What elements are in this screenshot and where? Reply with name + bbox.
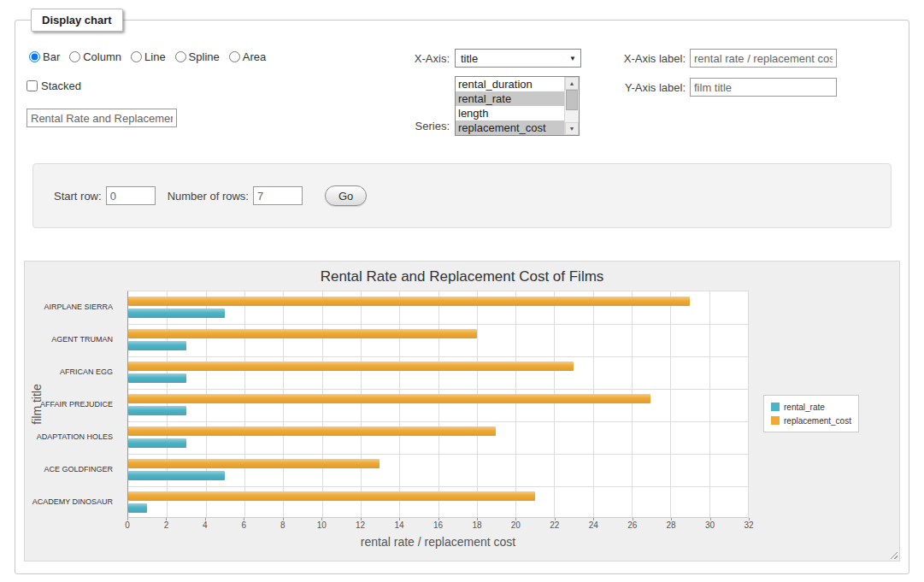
bar-rental_rate bbox=[128, 341, 186, 350]
radio-line[interactable] bbox=[131, 51, 142, 62]
radio-bar[interactable] bbox=[29, 51, 40, 62]
rows-panel: Start row: Number of rows: Go bbox=[32, 163, 892, 228]
legend-entry-rental_rate[interactable]: rental_rate bbox=[771, 400, 851, 414]
category-label: AFRICAN EGG bbox=[25, 356, 121, 388]
go-button[interactable]: Go bbox=[325, 185, 367, 206]
gridline bbox=[399, 291, 400, 517]
chart-type-column[interactable]: Column bbox=[69, 50, 121, 63]
legend-entry-replacement_cost[interactable]: replacement_cost bbox=[771, 414, 851, 427]
x-axis-label-input[interactable] bbox=[690, 49, 837, 68]
legend-label: rental_rate bbox=[784, 403, 825, 412]
x-tick-label: 32 bbox=[744, 520, 753, 530]
category-label: ADAPTATION HOLES bbox=[25, 420, 121, 453]
category-label: AIRPLANE SIERRA bbox=[25, 291, 121, 323]
x-tick-label: 18 bbox=[472, 520, 481, 530]
plot-area bbox=[127, 291, 749, 518]
start-row-label: Start row: bbox=[54, 190, 102, 203]
x-axis-ticks: 02468101214161820222426283032 bbox=[127, 518, 749, 532]
gridline bbox=[128, 324, 748, 325]
bar-rental_rate bbox=[128, 471, 225, 480]
chart-type-bar[interactable]: Bar bbox=[29, 50, 60, 63]
chart-title-field-group bbox=[26, 109, 177, 127]
chart-type-spline[interactable]: Spline bbox=[175, 50, 220, 63]
gridline bbox=[128, 486, 748, 487]
num-rows-label: Number of rows: bbox=[168, 190, 249, 203]
bar-replacement_cost bbox=[128, 297, 690, 306]
legend-label: replacement_cost bbox=[784, 416, 851, 426]
start-row-input[interactable] bbox=[106, 186, 156, 205]
x-tick-label: 14 bbox=[395, 520, 404, 530]
category-label: ACADEMY DINOSAUR bbox=[25, 485, 121, 518]
x-axis-select-value: title bbox=[461, 52, 478, 65]
x-tick-label: 10 bbox=[317, 520, 327, 530]
bar-replacement_cost bbox=[128, 491, 535, 501]
gridline bbox=[632, 291, 633, 517]
stacked-option[interactable]: Stacked bbox=[26, 79, 81, 92]
x-tick-label: 8 bbox=[280, 520, 285, 530]
chart-title-input[interactable] bbox=[26, 109, 177, 127]
radio-label: Column bbox=[83, 50, 121, 63]
category-label: ACE GOLDFINGER bbox=[25, 453, 121, 485]
radio-label: Spline bbox=[189, 50, 220, 63]
chart-title: Rental Rate and Replacement Cost of Film… bbox=[25, 268, 899, 289]
chart-body: film title AIRPLANE SIERRAAGENT TRUMANAF… bbox=[25, 289, 899, 556]
series-listbox-scrollbar[interactable]: ▲ ▼ bbox=[564, 77, 579, 135]
stacked-label: Stacked bbox=[41, 79, 81, 92]
gridline bbox=[361, 291, 362, 517]
x-tick-label: 24 bbox=[589, 520, 598, 530]
gridline bbox=[438, 291, 439, 517]
x-tick-label: 22 bbox=[550, 520, 559, 530]
category-label: AGENT TRUMAN bbox=[25, 323, 121, 356]
bar-rental_rate bbox=[128, 309, 225, 318]
radio-label: Bar bbox=[43, 50, 60, 63]
series-option-replacement_cost[interactable]: replacement_cost bbox=[456, 121, 564, 135]
gridline bbox=[593, 291, 594, 517]
scrollbar-thumb[interactable] bbox=[566, 90, 578, 110]
gridline bbox=[167, 291, 168, 517]
x-tick-label: 12 bbox=[356, 520, 365, 530]
series-option-rental_duration[interactable]: rental_duration bbox=[456, 77, 564, 91]
bar-rental_rate bbox=[128, 503, 147, 513]
x-tick-label: 4 bbox=[203, 520, 208, 530]
series-option-rental_rate[interactable]: rental_rate bbox=[456, 91, 564, 106]
gridline bbox=[128, 389, 748, 390]
radio-column[interactable] bbox=[69, 51, 80, 62]
x-axis-select[interactable]: title ▼ bbox=[455, 49, 581, 68]
gridline bbox=[244, 291, 245, 517]
gridline bbox=[554, 291, 555, 517]
x-tick-label: 2 bbox=[164, 520, 169, 530]
x-tick-label: 26 bbox=[627, 520, 637, 530]
gridline bbox=[748, 291, 749, 517]
radio-spline[interactable] bbox=[175, 51, 186, 62]
bar-rental_rate bbox=[128, 373, 186, 383]
series-listbox[interactable]: rental_durationrental_ratelengthreplacem… bbox=[455, 76, 580, 136]
series-option-length[interactable]: length bbox=[456, 106, 564, 121]
bar-rental_rate bbox=[128, 406, 186, 415]
chart-type-area[interactable]: Area bbox=[229, 50, 266, 63]
chart-type-radio-group: BarColumnLineSplineArea bbox=[29, 50, 275, 63]
bar-replacement_cost bbox=[128, 394, 650, 403]
gridline bbox=[515, 291, 516, 517]
gridline bbox=[670, 291, 671, 517]
num-rows-input[interactable] bbox=[253, 186, 303, 205]
chart-container: Rental Rate and Replacement Cost of Film… bbox=[24, 261, 900, 561]
scrollbar-track[interactable] bbox=[565, 90, 579, 122]
bar-replacement_cost bbox=[128, 426, 496, 436]
chart-type-line[interactable]: Line bbox=[131, 50, 166, 63]
bar-replacement_cost bbox=[128, 362, 574, 371]
chart-legend: rental_ratereplacement_cost bbox=[763, 395, 859, 432]
stacked-checkbox[interactable] bbox=[26, 80, 38, 91]
series-options: rental_durationrental_ratelengthreplacem… bbox=[456, 77, 564, 135]
chevron-down-icon: ▼ bbox=[569, 55, 576, 62]
gridline bbox=[283, 291, 284, 517]
x-axis-label-group: X-Axis label: bbox=[621, 49, 837, 68]
gridline bbox=[128, 421, 748, 422]
x-tick-label: 30 bbox=[705, 520, 715, 530]
scroll-down-icon[interactable]: ▼ bbox=[565, 122, 579, 135]
scroll-up-icon[interactable]: ▲ bbox=[565, 77, 579, 90]
radio-label: Area bbox=[243, 50, 266, 63]
radio-area[interactable] bbox=[229, 51, 240, 62]
gridline bbox=[709, 291, 710, 517]
gridline bbox=[128, 356, 748, 357]
y-axis-label-input[interactable] bbox=[690, 78, 837, 97]
